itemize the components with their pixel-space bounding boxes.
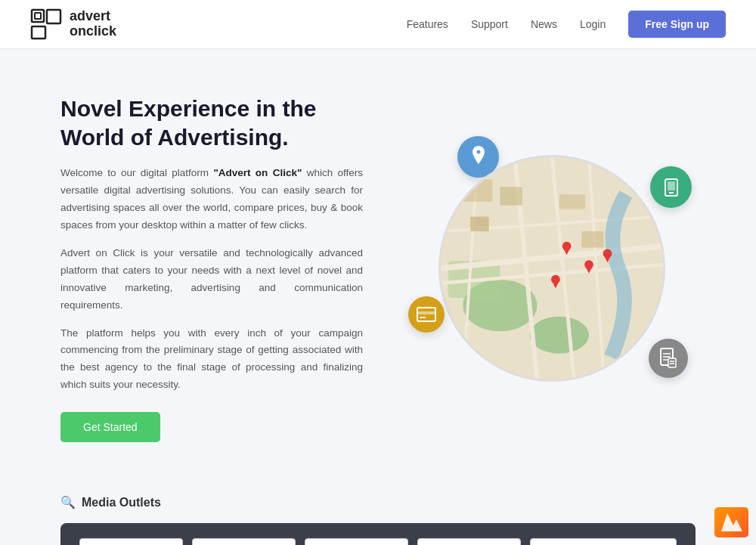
hero-para1: Welcome to our digital platform "Advert …: [60, 165, 363, 234]
hero-para1-before: Welcome to our digital platform: [60, 167, 213, 178]
signup-button[interactable]: Free Sign up: [628, 11, 726, 38]
map-circle: [438, 155, 665, 382]
header: advert onclick Features Support News Log…: [0, 0, 756, 49]
nav-login[interactable]: Login: [580, 18, 606, 30]
media-outlets-label: Media Outlets: [82, 496, 161, 509]
media-outlets-title: 🔍 Media Outlets: [60, 495, 696, 509]
hero-title: Novel Experience in the World of Adverti…: [60, 94, 363, 151]
hero-para2: Advert on Click is your versatile and te…: [60, 245, 363, 314]
type-select-wrap: Type: [192, 538, 296, 545]
svg-rect-16: [500, 187, 522, 206]
card-float-icon: [408, 296, 445, 333]
hero-section: Novel Experience in the World of Adverti…: [0, 49, 756, 480]
svg-marker-41: [721, 513, 742, 531]
svg-point-6: [530, 317, 589, 354]
svg-rect-18: [470, 217, 489, 232]
state-select-wrap: State: [417, 538, 521, 545]
get-started-button[interactable]: Get Started: [60, 412, 160, 442]
logo-icon: [30, 8, 62, 40]
type-select[interactable]: Type: [192, 538, 296, 545]
svg-rect-32: [417, 311, 435, 314]
svg-rect-19: [581, 231, 603, 248]
search-icon: 🔍: [60, 495, 76, 509]
media-outlets-section: 🔍 Media Outlets Category Type Country: [0, 480, 756, 545]
country-select-wrap: Country: [305, 538, 408, 545]
svg-rect-15: [463, 180, 492, 202]
search-form: Category Type Country State: [60, 523, 696, 545]
logo-text: advert onclick: [70, 9, 116, 39]
svg-rect-38: [668, 358, 676, 367]
logo: advert onclick: [30, 8, 116, 40]
hero-para3: The platform helps you with every inch o…: [60, 325, 363, 395]
svg-rect-0: [32, 10, 44, 22]
search-row-1: Category Type Country State: [79, 538, 677, 545]
country-select[interactable]: Country: [305, 538, 408, 545]
main-nav: Features Support News Login Free Sign up: [407, 11, 726, 38]
category-select-wrap: Category: [79, 538, 183, 545]
category-select[interactable]: Category: [79, 538, 183, 545]
mobile-float-icon: [650, 166, 692, 208]
hero-content: Novel Experience in the World of Adverti…: [60, 94, 363, 442]
hero-para1-bold: "Advert on Click": [213, 167, 302, 178]
hero-map: [408, 144, 696, 393]
svg-rect-33: [420, 317, 426, 318]
nav-news[interactable]: News: [531, 18, 557, 30]
location-input[interactable]: [530, 538, 677, 545]
document-float-icon: [649, 339, 688, 378]
logo-line2: onclick: [70, 24, 116, 39]
logo-line1: advert: [70, 9, 116, 24]
nav-features[interactable]: Features: [407, 18, 448, 30]
state-select[interactable]: State: [417, 538, 521, 545]
svg-rect-30: [668, 181, 675, 190]
nav-support[interactable]: Support: [471, 18, 508, 30]
bottom-badge: [714, 507, 748, 537]
svg-rect-17: [559, 194, 585, 209]
svg-rect-2: [47, 10, 60, 23]
svg-rect-1: [35, 13, 41, 19]
svg-rect-3: [32, 26, 45, 39]
